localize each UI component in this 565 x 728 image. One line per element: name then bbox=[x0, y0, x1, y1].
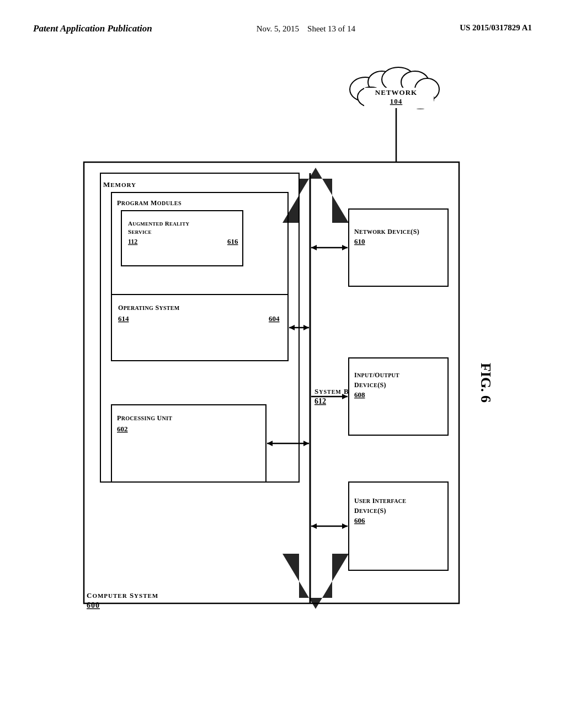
svg-text:DEVICE(S): DEVICE(S) bbox=[354, 381, 386, 389]
svg-text:OPERATING SYSTEM: OPERATING SYSTEM bbox=[118, 304, 180, 312]
svg-text:104: 104 bbox=[390, 97, 403, 105]
svg-text:COMPUTER SYSTEM: COMPUTER SYSTEM bbox=[87, 591, 158, 599]
svg-text:NETWORK DEVICE(S): NETWORK DEVICE(S) bbox=[354, 228, 419, 235]
header-date: Nov. 5, 2015 bbox=[257, 24, 299, 33]
header-center-info: Nov. 5, 2015 Sheet 13 of 14 bbox=[257, 22, 355, 35]
header-publication-title: Patent Application Publication bbox=[33, 22, 152, 35]
svg-text:610: 610 bbox=[354, 237, 365, 245]
svg-text:PROGRAM MODULES: PROGRAM MODULES bbox=[117, 199, 182, 207]
svg-rect-25 bbox=[111, 295, 288, 361]
svg-text:USER INTERFACE: USER INTERFACE bbox=[354, 497, 406, 505]
svg-text:DEVICE(S): DEVICE(S) bbox=[354, 507, 386, 515]
header: Patent Application Publication Nov. 5, 2… bbox=[33, 22, 532, 35]
network-cloud: NETWORK 104 bbox=[350, 67, 439, 109]
svg-text:112: 112 bbox=[128, 238, 137, 245]
svg-text:612: 612 bbox=[315, 397, 326, 405]
svg-text:606: 606 bbox=[354, 516, 365, 524]
svg-text:SERVICE: SERVICE bbox=[128, 228, 152, 235]
svg-text:AUGMENTED REALITY: AUGMENTED REALITY bbox=[128, 220, 189, 227]
diagram-svg: NETWORK 104 COMPUTER SYSTEM 600 MEMORY P… bbox=[56, 52, 509, 647]
svg-rect-43 bbox=[349, 209, 448, 286]
header-patent-number: US 2015/0317829 A1 bbox=[460, 22, 532, 34]
svg-rect-20 bbox=[121, 211, 243, 266]
svg-text:MEMORY: MEMORY bbox=[103, 180, 136, 189]
svg-text:INPUT/OUTPUT: INPUT/OUTPUT bbox=[354, 371, 399, 379]
svg-text:PROCESSING UNIT: PROCESSING UNIT bbox=[117, 414, 172, 422]
svg-rect-55 bbox=[349, 482, 448, 570]
svg-text:614: 614 bbox=[118, 314, 129, 323]
svg-text:616: 616 bbox=[227, 237, 238, 245]
svg-text:602: 602 bbox=[117, 425, 128, 433]
svg-text:604: 604 bbox=[269, 314, 280, 323]
svg-text:608: 608 bbox=[354, 390, 365, 399]
svg-text:FIG. 6: FIG. 6 bbox=[478, 363, 494, 403]
svg-text:NETWORK: NETWORK bbox=[375, 88, 417, 97]
header-sheet: Sheet 13 of 14 bbox=[307, 24, 355, 33]
svg-text:600: 600 bbox=[87, 601, 100, 609]
page: Patent Application Publication Nov. 5, 2… bbox=[0, 0, 565, 728]
